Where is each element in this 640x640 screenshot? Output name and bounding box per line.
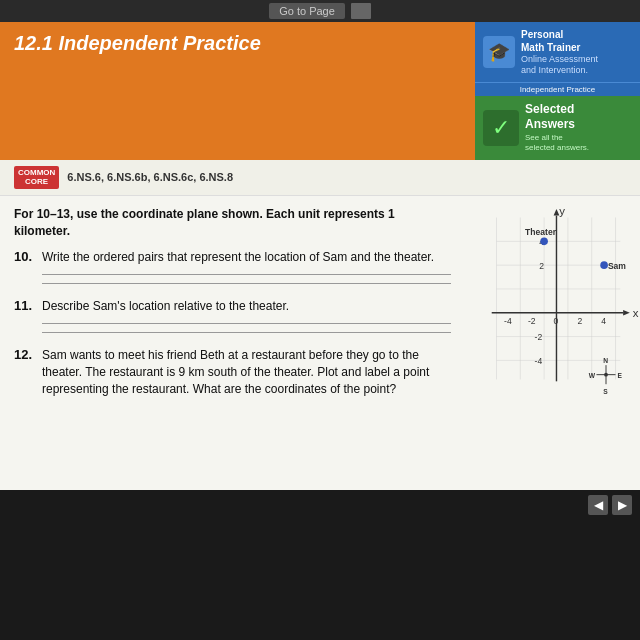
right-content: x y -4 -2 0 2 4 2 4 -2 -4: [465, 196, 640, 490]
compass-rose: N S E W: [589, 357, 623, 394]
x-axis-label: x: [633, 306, 639, 318]
page-icon: [351, 3, 371, 19]
question-12-row: 12. Sam wants to meet his friend Beth at…: [14, 347, 451, 397]
selected-answers-panel[interactable]: ✓ SelectedAnswers See all theselected an…: [475, 96, 640, 160]
go-to-page-button[interactable]: Go to Page: [269, 3, 345, 19]
question-10-text: Write the ordered pairs that represent t…: [42, 249, 434, 266]
svg-text:2: 2: [577, 316, 582, 326]
question-12: 12. Sam wants to meet his friend Beth at…: [14, 347, 451, 397]
svg-text:N: N: [603, 357, 608, 364]
selected-answers-label: SelectedAnswers: [525, 102, 589, 133]
question-10-line-2: [42, 283, 451, 284]
header-section: 12.1 Independent Practice 🎓 PersonalMath…: [0, 22, 640, 160]
back-button[interactable]: ◀: [588, 495, 608, 515]
question-11-line-2: [42, 332, 451, 333]
sam-label: Sam: [608, 261, 626, 271]
svg-text:-2: -2: [535, 332, 543, 342]
question-11-text: Describe Sam's location relative to the …: [42, 298, 289, 315]
common-core-badge: COMMONCORE: [14, 166, 59, 189]
screen: Go to Page 12.1 Independent Practice 🎓 P…: [0, 0, 640, 640]
sam-point: [600, 261, 608, 269]
page-title: 12.1 Independent Practice: [14, 32, 461, 55]
right-panels: 🎓 PersonalMath Trainer Online Assessment…: [475, 22, 640, 160]
math-trainer-icon: 🎓: [483, 36, 515, 68]
math-trainer-info: PersonalMath Trainer Online Assessmentan…: [521, 28, 598, 76]
question-10: 10. Write the ordered pairs that represe…: [14, 249, 451, 284]
coordinate-plane: x y -4 -2 0 2 4 2 4 -2 -4: [471, 208, 640, 408]
common-core-row: COMMONCORE 6.NS.6, 6.NS.6b, 6.NS.6c, 6.N…: [0, 160, 640, 196]
question-11: 11. Describe Sam's location relative to …: [14, 298, 451, 333]
question-10-row: 10. Write the ordered pairs that represe…: [14, 249, 451, 266]
question-11-row: 11. Describe Sam's location relative to …: [14, 298, 451, 315]
instruction-text: For 10–13, use the coordinate plane show…: [14, 206, 451, 240]
svg-text:4: 4: [601, 316, 606, 326]
math-trainer-sub: Online Assessmentand Intervention.: [521, 54, 598, 76]
checkmark-icon: ✓: [483, 110, 519, 146]
svg-text:-4: -4: [504, 316, 512, 326]
main-content: For 10–13, use the coordinate plane show…: [0, 196, 640, 490]
bottom-bar: ◀ ▶: [0, 490, 640, 520]
svg-text:E: E: [617, 371, 622, 378]
question-10-number: 10.: [14, 249, 36, 266]
selected-answers-info: SelectedAnswers See all theselected answ…: [525, 102, 589, 154]
content-area: 12.1 Independent Practice 🎓 PersonalMath…: [0, 22, 640, 490]
svg-marker-14: [623, 310, 630, 316]
question-11-line-1: [42, 323, 451, 324]
question-11-number: 11.: [14, 298, 36, 315]
theater-label: Theater: [525, 226, 557, 236]
svg-text:S: S: [603, 387, 608, 394]
svg-text:2: 2: [539, 261, 544, 271]
title-box: 12.1 Independent Practice: [0, 22, 475, 160]
question-10-line-1: [42, 274, 451, 275]
svg-point-33: [604, 373, 608, 377]
dark-footer: [0, 520, 640, 640]
theater-point: [540, 237, 548, 245]
svg-text:0: 0: [554, 316, 559, 326]
y-axis-label: y: [559, 208, 565, 217]
independent-practice-label: Independent Practice: [475, 82, 640, 96]
svg-text:W: W: [589, 371, 596, 378]
math-trainer-panel[interactable]: 🎓 PersonalMath Trainer Online Assessment…: [475, 22, 640, 82]
math-trainer-label: PersonalMath Trainer: [521, 28, 598, 54]
forward-button[interactable]: ▶: [612, 495, 632, 515]
svg-text:-4: -4: [535, 356, 543, 366]
left-content: For 10–13, use the coordinate plane show…: [0, 196, 465, 490]
question-12-text: Sam wants to meet his friend Beth at a r…: [42, 347, 451, 397]
svg-text:-2: -2: [528, 316, 536, 326]
selected-answers-sub: See all theselected answers.: [525, 133, 589, 154]
question-12-number: 12.: [14, 347, 36, 397]
top-bar: Go to Page: [0, 0, 640, 22]
standards-text: 6.NS.6, 6.NS.6b, 6.NS.6c, 6.NS.8: [67, 171, 233, 183]
